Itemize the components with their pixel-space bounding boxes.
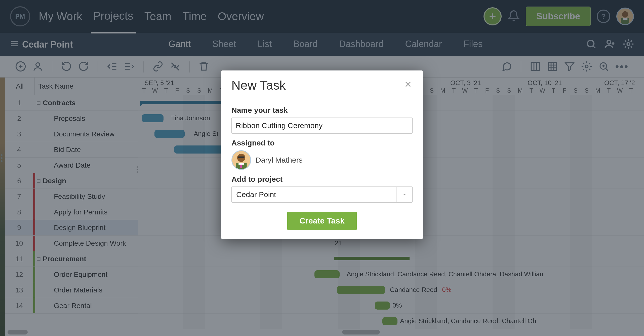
svg-rect-15 [238,163,244,165]
add-to-project-label: Add to project [231,175,413,183]
assignee-row[interactable]: Daryl Mathers [231,150,413,170]
new-task-dialog: New Task Name your task Assigned to Dary… [221,70,423,239]
project-select-value: Cedar Point [232,187,396,202]
assigned-to-label: Assigned to [231,139,413,147]
project-select[interactable]: Cedar Point [231,186,413,203]
svg-rect-16 [240,165,242,168]
chevron-down-icon[interactable] [396,187,412,202]
modal-overlay[interactable]: New Task Name your task Assigned to Dary… [0,0,644,336]
assignee-name: Daryl Mathers [256,156,303,164]
modal-title: New Task [231,78,286,93]
svg-rect-13 [238,157,244,158]
create-task-button[interactable]: Create Task [287,212,356,230]
assignee-avatar [231,150,251,170]
close-icon[interactable] [404,80,413,91]
task-name-input[interactable] [231,118,413,134]
task-name-label: Name your task [231,106,413,115]
